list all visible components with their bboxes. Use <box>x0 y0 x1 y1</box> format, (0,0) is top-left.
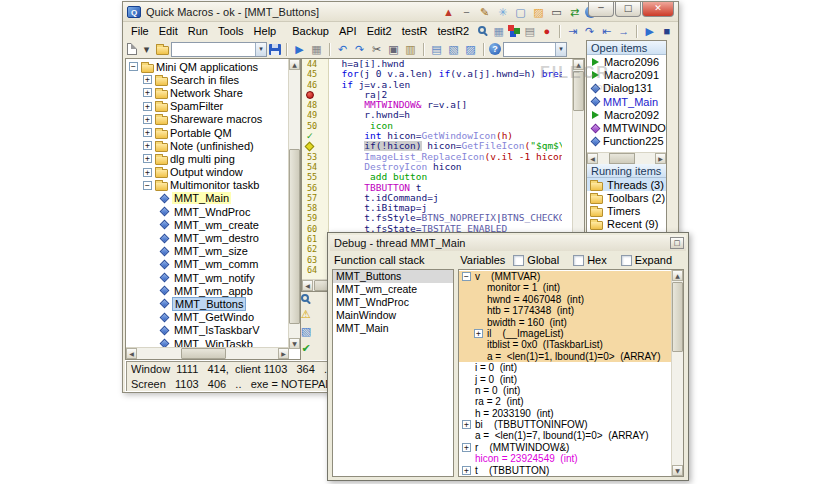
menu-backup[interactable]: Backup <box>287 24 334 38</box>
stack-item-mmt_buttons[interactable]: MMT_Buttons <box>333 270 453 283</box>
gutter-line[interactable]: ✓ <box>302 131 328 141</box>
code-line-50[interactable]: icon <box>330 121 562 131</box>
expand-icon[interactable]: + <box>143 141 152 150</box>
open-item-mmt-main[interactable]: MMT_Main <box>587 95 666 108</box>
tree-item-mmt-wm-destro[interactable]: MMT_wm_destro <box>126 231 289 244</box>
code-line-53[interactable]: ImageList_ReplaceIcon(v.il -1 hicon) <box>330 152 562 162</box>
running-item-toolbars-2-[interactable]: Toolbars (2) <box>587 191 666 204</box>
gutter-line[interactable]: 63 <box>302 255 328 265</box>
gutter-line[interactable]: 48 <box>302 100 328 110</box>
tree-item-mmt-wm-size[interactable]: MMT_wm_size <box>126 245 289 258</box>
tree-horizontal-scrollbar[interactable]: ◀ ▶ <box>126 347 289 359</box>
new-dropdown-icon[interactable]: ▾ <box>139 42 154 57</box>
open-items-horizontal-scrollbar[interactable]: ◀ ▶ <box>587 152 666 164</box>
red-triangle-icon[interactable]: ▲ <box>441 5 456 20</box>
variable-row[interactable]: hicon = 23924549 (int) <box>459 453 671 464</box>
open-item-dialog131[interactable]: Dialog131 <box>587 82 666 95</box>
search-combobox[interactable]: ▾ <box>503 42 567 57</box>
open-item-macro2096[interactable]: Macro2096 <box>587 55 666 68</box>
macro-name-combobox[interactable]: ▾ <box>171 42 267 57</box>
menu-edit2[interactable]: Edit2 <box>362 24 397 38</box>
tree-item-mmt-main[interactable]: MMT_Main <box>126 192 289 205</box>
tree-item-mmt-wm-notify[interactable]: MMT_wm_notify <box>126 271 289 284</box>
search-folder-icon[interactable]: ▨ <box>531 5 546 20</box>
run-to-cursor-icon[interactable]: → <box>616 24 631 39</box>
window-frame-icon[interactable]: ▢ <box>513 5 528 20</box>
tree-item-output-window[interactable]: +Output window <box>126 166 289 179</box>
redo-icon[interactable]: ↷ <box>352 42 367 57</box>
running-item-threads-3-[interactable]: Threads (3) <box>587 178 666 191</box>
tree-item-note-unfinished-[interactable]: +Note (unfinished) <box>126 139 289 152</box>
checkbox-expand[interactable]: Expand <box>621 254 672 266</box>
new-file-icon[interactable] <box>127 43 137 55</box>
code-line-m8[interactable]: if(!hicon) hicon=GetFileIcon("$qm$\empty <box>330 141 562 151</box>
stack-item-mainwindow[interactable]: MainWindow <box>333 309 453 322</box>
gutter-line[interactable]: 46 <box>302 80 328 90</box>
debug-titlebar[interactable]: Debug - thread MMT_Main □ <box>330 235 686 251</box>
gutter-line[interactable] <box>302 90 328 100</box>
gutter-line[interactable]: 50 <box>302 121 328 131</box>
gutter-line[interactable]: 62 <box>302 244 328 254</box>
gutter-line[interactable]: 55 <box>302 172 328 182</box>
gutter-line[interactable]: 58 <box>302 203 328 213</box>
step-into-icon[interactable]: ⇥ <box>565 24 580 39</box>
cut-icon[interactable]: ✂ <box>369 42 384 57</box>
menu-testr2[interactable]: testR2 <box>432 24 474 38</box>
gutter-line[interactable]: 57 <box>302 193 328 203</box>
gutter-line[interactable]: 49 <box>302 110 328 120</box>
code-line-49[interactable]: r.hwnd=h <box>330 110 562 120</box>
page-refresh-icon[interactable]: ▨ <box>463 42 478 57</box>
green-arrows-icon[interactable]: ⇄ <box>567 5 582 20</box>
zoom-icon[interactable] <box>301 294 309 302</box>
editor-gutter[interactable]: 444546484950✓535455565758596061626364 <box>302 59 329 281</box>
gutter-line[interactable] <box>302 141 328 151</box>
record-icon[interactable]: ● <box>539 24 554 39</box>
chevron-down-icon[interactable]: ▾ <box>555 43 566 56</box>
open-item-function225[interactable]: Function225 <box>587 135 666 148</box>
open-item-macro2091[interactable]: Macro2091 <box>587 68 666 81</box>
variable-row[interactable]: −v (MMTVAR) <box>459 271 671 282</box>
tree-item-mmt-wndproc[interactable]: MMT_WndProc <box>126 205 289 218</box>
tree-item-multimonitor-taskb[interactable]: −Multimonitor taskb <box>126 179 289 192</box>
variables-scrollbar[interactable]: ▲ ▼ <box>671 270 683 476</box>
variable-row[interactable]: +r (MMTWINDOW&) <box>459 442 671 453</box>
code-line-m7[interactable]: int hicon=GetWindowIcon(h) <box>330 131 562 141</box>
menu-help[interactable]: Help <box>249 24 282 38</box>
step-out-icon[interactable]: ⇤ <box>599 24 614 39</box>
debug-restore-button[interactable]: □ <box>670 237 684 249</box>
help-icon[interactable]: ? <box>489 43 501 55</box>
minimize-dash-icon[interactable]: − <box>459 5 474 20</box>
tree-item-mmt-buttons[interactable]: MMT_Buttons <box>126 297 289 310</box>
step-over-icon[interactable]: ↷ <box>582 24 597 39</box>
variable-row[interactable]: htb = 1774348 (int) <box>459 305 671 316</box>
variable-row[interactable]: a = <len(1)=1, lbound(1)=0> (ARRAY) <box>459 351 671 362</box>
tree-item-shareware-macros[interactable]: +Shareware macros <box>126 113 289 126</box>
undo-icon[interactable]: ↶ <box>335 42 350 57</box>
chevron-down-icon[interactable]: ▾ <box>255 43 266 56</box>
checkbox-box[interactable] <box>621 255 632 266</box>
tree-item-network-share[interactable]: +Network Share <box>126 86 289 99</box>
gutter-line[interactable]: 54 <box>302 162 328 172</box>
variable-row[interactable]: itblist = 0x0 (ITaskbarList) <box>459 339 671 350</box>
checkbox-box[interactable] <box>513 255 524 266</box>
menu-api[interactable]: API <box>334 24 362 38</box>
breakpoint-icon[interactable] <box>306 91 314 99</box>
open-item-macro2092[interactable]: Macro2092 <box>587 108 666 121</box>
expand-icon[interactable]: + <box>143 75 152 84</box>
run-icon[interactable]: ▶ <box>292 42 307 57</box>
code-line-54[interactable]: DestroyIcon hicon <box>330 162 562 172</box>
tree-item-search-in-files[interactable]: +Search in files <box>126 73 289 86</box>
show-window-icon[interactable]: ▤ <box>429 42 444 57</box>
menu-run[interactable]: Run <box>183 24 213 38</box>
tree-item-mmt-wm-comm[interactable]: MMT_wm_comm <box>126 258 289 271</box>
code-line-44[interactable]: h=a[i].hwnd <box>330 59 562 69</box>
gutter-line[interactable]: 60 <box>302 224 328 234</box>
minimize-button[interactable]: ─ <box>588 2 614 17</box>
tree-item-mmt-wm-create[interactable]: MMT_wm_create <box>126 218 289 231</box>
menu-edit[interactable]: Edit <box>154 24 183 38</box>
paste-icon[interactable]: ▥ <box>403 42 418 57</box>
expand-icon[interactable]: + <box>143 154 152 163</box>
tree-item-portable-qm[interactable]: +Portable QM <box>126 126 289 139</box>
stop-icon[interactable]: ■ <box>659 24 674 39</box>
collapse-icon[interactable]: − <box>129 62 138 71</box>
